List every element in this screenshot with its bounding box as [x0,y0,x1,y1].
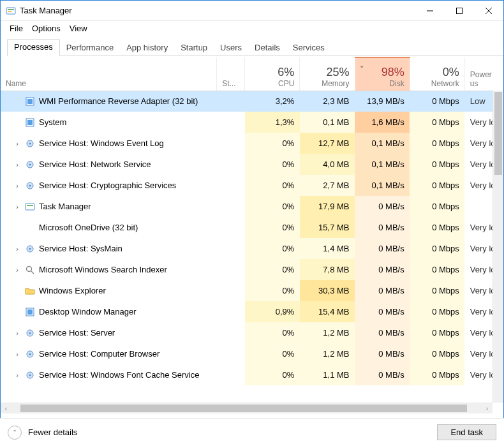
tab-app-history[interactable]: App history [120,40,174,56]
expand-toggle[interactable]: › [13,350,21,358]
col-header-power[interactable]: Power us [464,57,503,91]
menu-view[interactable]: View [66,22,91,34]
cell-disk: 0,1 MB/s [355,133,410,154]
cell-status [217,175,245,196]
expand-toggle[interactable]: › [13,371,21,379]
cell-cpu: 0,9% [245,301,300,322]
titlebar: Task Manager [1,1,503,21]
tab-startup[interactable]: Startup [174,40,214,56]
table-row[interactable]: ›Microsoft Windows Search Indexer0%7,8 M… [1,259,503,280]
table-row[interactable]: ›Service Host: Network Service0%4,0 MB0,… [1,154,503,175]
expand-toggle[interactable]: › [13,245,21,253]
expand-toggle[interactable]: › [13,329,21,337]
table-row[interactable]: System1,3%0,1 MB1,6 MB/s0 MbpsVery lo [1,112,503,133]
cell-disk: 0 MB/s [355,301,410,322]
end-task-button[interactable]: End task [437,424,496,440]
menu-options[interactable]: Options [28,22,64,34]
cell-cpu: 0% [245,259,300,280]
table-row[interactable]: ›Service Host: Cryptographic Services0%2… [1,175,503,196]
col-header-disk[interactable]: ⌄98%Disk [355,57,410,91]
process-icon [25,286,35,296]
cell-cpu: 0% [245,280,300,301]
cell-network: 0 Mbps [410,280,464,301]
cell-memory: 1,4 MB [300,238,355,259]
svg-point-12 [29,142,31,144]
cell-status [217,259,245,280]
cell-cpu: 0% [245,238,300,259]
cell-memory: 1,2 MB [300,343,355,364]
expand-toggle[interactable]: › [13,266,21,274]
cell-disk: 0 MB/s [355,343,410,364]
cell-disk: 0 MB/s [355,238,410,259]
col-header-cpu[interactable]: 6%CPU [245,57,300,91]
table-row[interactable]: Desktop Window Manager0,9%15,4 MB0 MB/s0… [1,301,503,322]
cell-disk: 0 MB/s [355,280,410,301]
svg-point-21 [27,266,32,271]
process-name: Windows Explorer [39,286,106,295]
process-name: Desktop Window Manager [39,307,136,316]
tab-services[interactable]: Services [286,40,331,56]
cell-memory: 17,9 MB [300,196,355,217]
table-row[interactable]: ›Service Host: SysMain0%1,4 MB0 MB/s0 Mb… [1,238,503,259]
process-name: Task Manager [39,202,91,211]
tab-processes[interactable]: Processes [7,39,60,56]
vertical-scrollbar[interactable] [493,91,503,403]
chevron-down-icon: ⌄ [359,62,364,69]
expand-toggle[interactable]: › [13,203,21,211]
menu-file[interactable]: File [6,22,27,34]
table-row[interactable]: ›Service Host: Windows Event Log0%12,7 M… [1,133,503,154]
expand-toggle[interactable]: › [13,140,21,147]
process-name: Service Host: SysMain [39,244,122,253]
expand-toggle[interactable]: › [13,161,21,168]
cell-disk: 13,9 MB/s [355,91,410,112]
tabs: Processes Performance App history Startu… [1,36,503,56]
process-icon [25,138,35,149]
table-row[interactable]: Microsoft OneDrive (32 bit)0%15,7 MB0 MB… [1,217,503,238]
table-row[interactable]: WMI Performance Reverse Adapter (32 bit)… [1,91,503,112]
col-header-status[interactable]: St... [217,57,245,91]
tab-details[interactable]: Details [248,40,286,56]
process-name: Microsoft Windows Search Indexer [39,265,167,274]
expand-toggle[interactable]: › [13,182,21,190]
collapse-up-icon: ⌃ [8,426,22,440]
col-header-network[interactable]: 0%Network [410,57,464,91]
svg-rect-1 [8,9,14,10]
maximize-button[interactable] [445,1,474,21]
process-icon [25,265,35,275]
cell-network: 0 Mbps [410,196,464,217]
footer: ⌃ Fewer details End task [0,418,504,446]
process-name: System [39,117,66,127]
col-header-memory[interactable]: 25%Memory [300,57,355,91]
tab-performance[interactable]: Performance [60,40,120,56]
svg-rect-17 [26,204,34,210]
table-row[interactable]: ›Task Manager0%17,9 MB0 MB/s0 Mbps [1,196,503,217]
table-row[interactable]: Windows Explorer0%30,3 MB0 MB/s0 MbpsVer… [1,280,503,301]
minimize-button[interactable] [415,1,445,21]
tab-users[interactable]: Users [214,40,248,56]
cell-memory: 7,8 MB [300,259,355,280]
process-name: Service Host: Windows Event Log [39,138,164,148]
table-row[interactable]: ›Service Host: Computer Browser0%1,2 MB0… [1,343,503,364]
cell-memory: 12,7 MB [300,133,355,154]
fewer-details-label: Fewer details [28,427,77,437]
cell-memory: 2,7 MB [300,175,355,196]
svg-point-16 [29,184,31,186]
table-row[interactable]: ›Service Host: Windows Font Cache Servic… [1,364,503,385]
horizontal-scrollbar[interactable]: ‹› [1,403,493,413]
cell-cpu: 0% [245,133,300,154]
col-header-name[interactable]: Name [1,57,217,91]
cell-status [217,112,245,133]
svg-rect-4 [457,8,463,13]
cell-memory: 0,1 MB [300,112,355,133]
fewer-details-button[interactable]: ⌃ Fewer details [8,426,77,440]
table-row[interactable]: ›Service Host: Server0%1,2 MB0 MB/s0 Mbp… [1,322,503,343]
process-table: Name St... 6%CPU 25%Memory ⌄98%Disk 0%Ne… [1,57,503,385]
process-icon [25,117,35,128]
process-icon [25,328,35,338]
cell-network: 0 Mbps [410,154,464,175]
cell-cpu: 0% [245,196,300,217]
window-title: Task Manager [20,6,415,15]
svg-rect-8 [27,99,33,104]
close-button[interactable] [474,1,503,21]
cell-status [217,217,245,238]
